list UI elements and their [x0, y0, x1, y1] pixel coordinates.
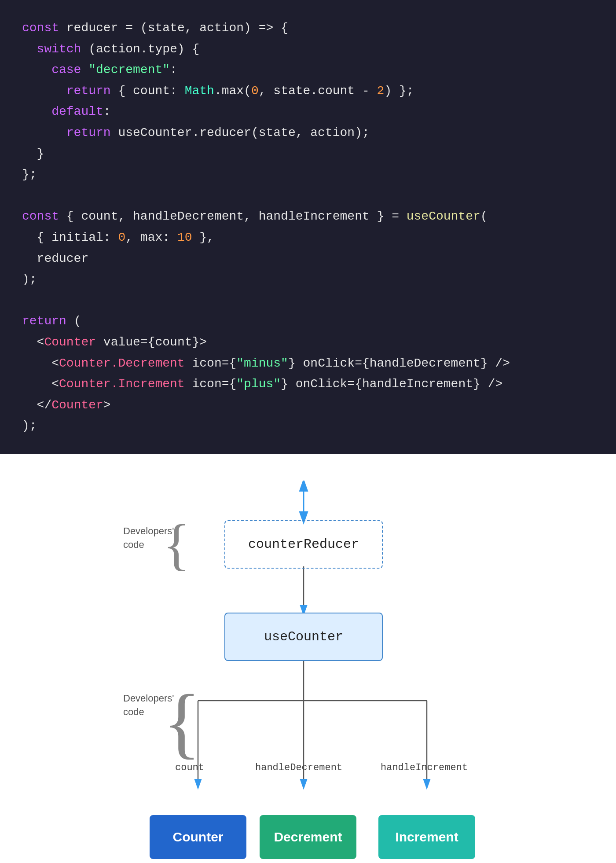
code-line: <Counter.Decrement icon={"minus"} onClic… [22, 353, 594, 374]
code-token: Math [185, 84, 214, 98]
code-token: value={count}> [96, 335, 207, 349]
code-line: return useCounter.reducer(state, action)… [22, 122, 594, 143]
code-line: case "decrement": [22, 59, 594, 81]
code-line: switch (action.type) { [22, 39, 594, 60]
label-count: count [175, 762, 204, 773]
code-line: }; [22, 164, 594, 185]
code-token: ( [480, 209, 488, 223]
code-token: } onClick={handleIncrement} /> [281, 377, 502, 391]
code-line: const reducer = (state, action) => { [22, 18, 594, 39]
code-block: const reducer = (state, action) => { swi… [0, 0, 616, 454]
brace-top: { [163, 516, 190, 595]
code-token: icon={ [185, 356, 237, 370]
code-token: 10 [177, 231, 192, 244]
code-line [22, 290, 594, 311]
code-token: < [22, 356, 59, 370]
code-token: "minus" [236, 356, 288, 370]
code-token: { initial: [22, 231, 118, 244]
code-token: }; [22, 168, 37, 181]
code-line: reducer [22, 248, 594, 269]
code-line: </Counter> [22, 395, 594, 416]
code-token: </ [22, 398, 51, 412]
code-line: { initial: 0, max: 10 }, [22, 227, 594, 248]
code-token: "plus" [236, 377, 281, 391]
code-token: , max: [125, 231, 177, 244]
code-token: Counter [51, 398, 103, 412]
code-line: return ( [22, 311, 594, 332]
code-token: default [22, 105, 103, 118]
code-line: const { count, handleDecrement, handleIn… [22, 206, 594, 227]
code-token: return [22, 84, 111, 98]
code-token: icon={ [185, 377, 237, 391]
code-token: switch [22, 42, 81, 56]
code-token: (action.type) { [81, 42, 199, 56]
code-token: ); [22, 272, 37, 286]
code-token: return [22, 126, 111, 140]
code-token: 0 [118, 231, 125, 244]
code-line: return { count: Math.max(0, state.count … [22, 81, 594, 102]
code-token: const [22, 209, 59, 223]
code-token: = [125, 21, 133, 35]
code-token: : [103, 105, 111, 118]
code-token: < [22, 335, 44, 349]
code-token: 0 [251, 84, 259, 98]
counter-reducer-box: counterReducer [224, 520, 383, 569]
code-token: Counter.Decrement [59, 356, 185, 370]
diagram-section: Developers' code { counterReducer useCou… [0, 454, 616, 863]
code-token: : [170, 63, 177, 77]
label-handle-increment: handleIncrement [381, 762, 468, 773]
increment-box: Increment [378, 815, 475, 859]
code-token: return [22, 314, 66, 328]
code-token: Counter.Increment [59, 377, 185, 391]
counter-box: Counter [150, 815, 246, 859]
code-token: }, [192, 231, 214, 244]
code-token: ) }; [384, 84, 414, 98]
code-token: .max( [214, 84, 251, 98]
code-token: < [22, 377, 59, 391]
label-handle-decrement: handleDecrement [255, 762, 342, 773]
code-token: } onClick={handleDecrement} /> [288, 356, 510, 370]
code-line: ); [22, 269, 594, 290]
diagram-container: Developers' code { counterReducer useCou… [110, 481, 506, 863]
code-token: , state.count - [259, 84, 377, 98]
code-token: ( [66, 314, 81, 328]
code-token: 2 [377, 84, 385, 98]
code-line: default: [22, 101, 594, 122]
code-token: Counter [44, 335, 96, 349]
code-line: } [22, 143, 594, 165]
code-token: > [103, 398, 111, 412]
code-line: <Counter.Increment icon={"plus"} onClick… [22, 374, 594, 395]
code-line: ); [22, 415, 594, 437]
code-token: ); [22, 419, 37, 433]
code-line [22, 185, 594, 206]
code-token [81, 63, 88, 77]
use-counter-box: useCounter [224, 613, 383, 661]
code-line: <Counter value={count}> [22, 332, 594, 353]
code-token: { count, handleDecrement, handleIncremen… [59, 209, 407, 223]
code-token: (state, action) => { [133, 21, 288, 35]
code-token: const [22, 21, 59, 35]
code-token: case [22, 63, 81, 77]
code-token: useCounter.reducer(state, action); [111, 126, 370, 140]
code-token: { count: [111, 84, 185, 98]
code-token: reducer [22, 252, 88, 265]
code-token: reducer [59, 21, 125, 35]
decrement-box: Decrement [260, 815, 356, 859]
code-token: "decrement" [88, 63, 170, 77]
code-token: useCounter [407, 209, 480, 223]
code-token: } [22, 147, 44, 161]
